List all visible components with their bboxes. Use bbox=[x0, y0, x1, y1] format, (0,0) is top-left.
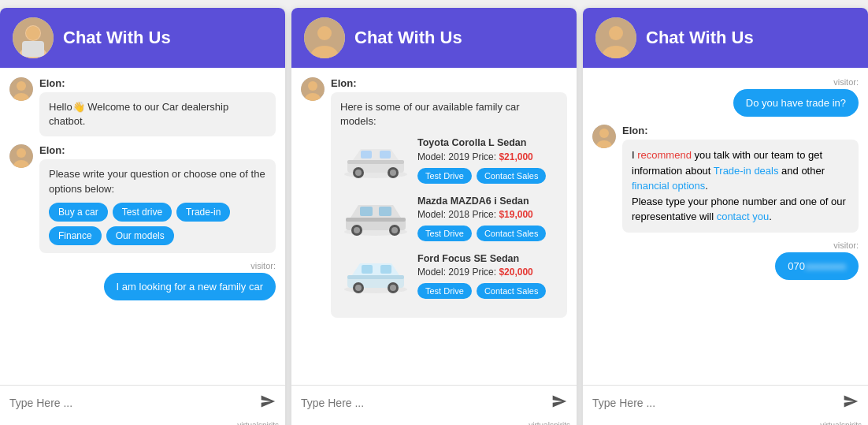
svg-rect-38 bbox=[380, 265, 391, 274]
agent-bubble-w2: Here is some of our available family car… bbox=[331, 92, 567, 318]
agent-avatar-header-2 bbox=[304, 17, 345, 58]
visitor-phone-bubble: 070xxxxxxxx bbox=[775, 252, 859, 280]
chat-input-2[interactable] bbox=[301, 397, 545, 409]
chat-input-3[interactable] bbox=[592, 397, 836, 409]
highlight-financial: financial options bbox=[632, 180, 705, 192]
svg-rect-20 bbox=[380, 151, 391, 158]
chat-header-title-1: Chat With Us bbox=[63, 28, 171, 48]
chat-widgets-container: Chat With Us Elon: Hello👋 Welcome to our… bbox=[0, 8, 868, 425]
car-btns-2: Test Drive Contact Sales bbox=[417, 226, 558, 241]
svg-point-24 bbox=[390, 170, 396, 176]
agent-avatar-w3 bbox=[592, 125, 616, 148]
visitor-label-w3-2: visitor: bbox=[833, 240, 859, 250]
agent-content-1: Elon: Hello👋 Welcome to our Car dealersh… bbox=[39, 77, 276, 136]
car-info-1: Toyota Corolla L Sedan Model: 2019 Price… bbox=[417, 136, 558, 183]
option-buttons: Buy a car Test drive Trade-in Finance Ou… bbox=[49, 203, 266, 245]
option-trade-in[interactable]: Trade-in bbox=[176, 203, 230, 222]
agent-bubble-1: Hello👋 Welcome to our Car dealership cha… bbox=[39, 92, 276, 136]
agent-block-w3: Elon: I recommend you talk with our team… bbox=[592, 125, 859, 233]
agent-content-2: Elon: Please write your question or choo… bbox=[39, 144, 276, 252]
car-btns-3: Test Drive Contact Sales bbox=[417, 283, 558, 299]
car-name-3: Ford Focus SE Sedan bbox=[417, 252, 558, 267]
chat-footer-1 bbox=[0, 385, 285, 419]
agent-avatar-1 bbox=[9, 77, 33, 101]
svg-rect-29 bbox=[379, 207, 391, 216]
chat-widget-1: Chat With Us Elon: Hello👋 Welcome to our… bbox=[0, 8, 285, 425]
svg-point-45 bbox=[609, 26, 623, 40]
car-contact-sales-1[interactable]: Contact Sales bbox=[477, 168, 546, 184]
agent-content-w2: Elon: Here is some of our available fami… bbox=[331, 77, 567, 318]
agent-block-1: Elon: Hello👋 Welcome to our Car dealersh… bbox=[9, 77, 276, 136]
chat-input-1[interactable] bbox=[9, 397, 254, 409]
chat-header-2: Chat With Us bbox=[291, 8, 577, 68]
option-test-drive[interactable]: Test drive bbox=[113, 203, 172, 222]
chat-widget-2: Chat With Us Elon: Here is some of our a… bbox=[291, 8, 577, 425]
car-image-2 bbox=[340, 195, 411, 238]
visitor-label-w3-1: visitor: bbox=[833, 77, 859, 87]
visitor-block-1: visitor: I am looking for a new family c… bbox=[9, 261, 276, 300]
send-button-3[interactable] bbox=[843, 393, 859, 412]
car-contact-sales-2[interactable]: Contact Sales bbox=[477, 226, 546, 241]
car-model-2: Model: 2018 Price: $19,000 bbox=[417, 208, 558, 222]
powered-by-3: virtualspirits bbox=[583, 419, 868, 425]
svg-rect-25 bbox=[347, 160, 404, 164]
send-button-1[interactable] bbox=[260, 393, 276, 412]
car-model-1: Model: 2019 Price: $21,000 bbox=[417, 151, 558, 164]
blurred-phone: xxxxxxxx bbox=[805, 260, 846, 272]
visitor-bubble-1: I am looking for a new family car bbox=[104, 273, 276, 300]
agent-avatar-2 bbox=[9, 144, 33, 168]
option-buy-car[interactable]: Buy a car bbox=[49, 203, 108, 222]
car-info-2: Mazda MAZDA6 i Sedan Model: 2018 Price: … bbox=[417, 195, 558, 241]
svg-point-12 bbox=[317, 26, 332, 40]
car-info-3: Ford Focus SE Sedan Model: 2019 Price: $… bbox=[417, 252, 558, 299]
car-btns-1: Test Drive Contact Sales bbox=[417, 168, 558, 184]
svg-point-22 bbox=[355, 170, 362, 176]
car-intro: Here is some of our available family car… bbox=[340, 100, 558, 129]
svg-point-40 bbox=[355, 285, 362, 291]
agent-block-w2: Elon: Here is some of our available fami… bbox=[301, 77, 567, 318]
car-test-drive-3[interactable]: Test Drive bbox=[417, 283, 472, 299]
svg-point-31 bbox=[354, 227, 360, 233]
chat-header-title-3: Chat With Us bbox=[646, 28, 754, 48]
chat-footer-2 bbox=[291, 385, 577, 419]
chat-body-3[interactable]: visitor: Do you have trade in? Elon: I r… bbox=[583, 68, 868, 385]
car-item-1: Toyota Corolla L Sedan Model: 2019 Price… bbox=[340, 136, 558, 183]
agent-avatar-w2 bbox=[301, 77, 325, 101]
svg-rect-34 bbox=[346, 218, 406, 222]
svg-rect-19 bbox=[361, 151, 372, 158]
visitor-block-w3-2: visitor: 070xxxxxxxx bbox=[592, 240, 859, 280]
highlight-contact: contact you bbox=[717, 211, 770, 222]
chat-body-1[interactable]: Elon: Hello👋 Welcome to our Car dealersh… bbox=[0, 68, 285, 385]
agent-name-2: Elon: bbox=[39, 144, 276, 156]
option-finance[interactable]: Finance bbox=[49, 226, 102, 245]
car-image-1 bbox=[340, 136, 411, 180]
chat-footer-3 bbox=[583, 385, 868, 419]
agent-name-1: Elon: bbox=[39, 77, 276, 89]
svg-point-15 bbox=[308, 81, 317, 91]
visitor-label-1: visitor: bbox=[250, 261, 276, 270]
chat-header-3: Chat With Us bbox=[583, 8, 868, 68]
car-price-2: $19,000 bbox=[499, 209, 532, 220]
send-button-2[interactable] bbox=[551, 393, 567, 412]
chat-header-title-2: Chat With Us bbox=[354, 28, 462, 48]
agent-avatar-header-1 bbox=[13, 17, 54, 58]
option-our-models[interactable]: Our models bbox=[106, 226, 174, 245]
chat-body-2[interactable]: Elon: Here is some of our available fami… bbox=[291, 68, 577, 385]
car-test-drive-2[interactable]: Test Drive bbox=[417, 226, 472, 241]
car-model-3: Model: 2019 Price: $20,000 bbox=[417, 266, 558, 279]
car-contact-sales-3[interactable]: Contact Sales bbox=[477, 283, 546, 299]
car-name-1: Toyota Corolla L Sedan bbox=[417, 136, 558, 151]
chat-widget-3: Chat With Us visitor: Do you have trade … bbox=[583, 8, 868, 425]
car-item-3: Ford Focus SE Sedan Model: 2019 Price: $… bbox=[340, 252, 558, 299]
svg-point-9 bbox=[17, 148, 26, 158]
visitor-block-w3-1: visitor: Do you have trade in? bbox=[592, 77, 859, 117]
svg-point-42 bbox=[390, 285, 396, 291]
agent-content-w3: Elon: I recommend you talk with our team… bbox=[622, 125, 859, 233]
agent-block-2: Elon: Please write your question or choo… bbox=[9, 144, 276, 252]
svg-rect-37 bbox=[362, 265, 373, 274]
svg-point-3 bbox=[26, 26, 40, 40]
car-item-2: Mazda MAZDA6 i Sedan Model: 2018 Price: … bbox=[340, 195, 558, 241]
car-price-1: $21,000 bbox=[499, 151, 532, 162]
car-test-drive-1[interactable]: Test Drive bbox=[417, 168, 472, 184]
car-price-3: $20,000 bbox=[499, 267, 532, 278]
